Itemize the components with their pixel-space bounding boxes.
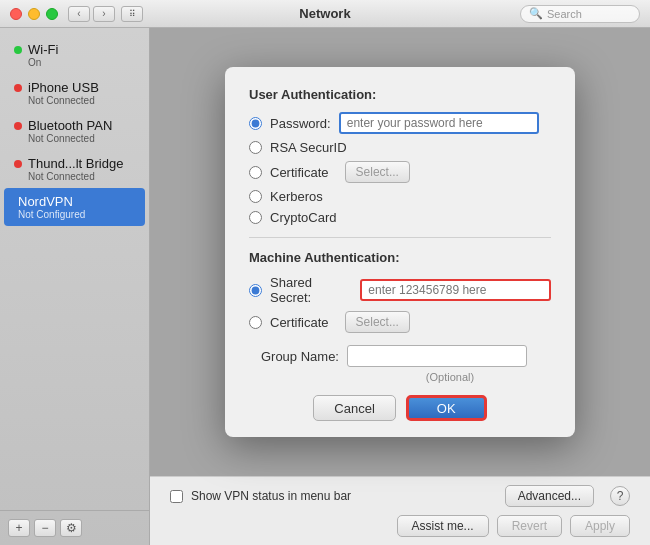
wifi-status-dot	[14, 46, 22, 54]
nordvpn-name: NordVPN	[18, 194, 73, 209]
bluetooth-pan-dot	[14, 122, 22, 130]
search-box[interactable]: 🔍 Search	[520, 5, 640, 23]
wifi-name: Wi-Fi	[28, 42, 58, 57]
shared-secret-radio[interactable]	[249, 284, 262, 297]
machine-certificate-radio-label: Certificate	[270, 315, 329, 330]
bottom-buttons: Assist me... Revert Apply	[170, 515, 630, 537]
group-name-input[interactable]	[347, 345, 527, 367]
grid-button[interactable]: ⠿	[121, 6, 143, 22]
thunderbolt-status: Not Connected	[28, 171, 139, 182]
back-button[interactable]: ‹	[68, 6, 90, 22]
rsa-radio[interactable]	[249, 141, 262, 154]
search-placeholder: Search	[547, 8, 582, 20]
sidebar-item-wifi[interactable]: Wi-Fi On	[0, 36, 149, 74]
sidebar-item-wifi-row: Wi-Fi	[14, 42, 139, 57]
sidebar-item-thunderbolt-bridge[interactable]: Thund...lt Bridge Not Connected	[0, 150, 149, 188]
main-content: Wi-Fi On iPhone USB Not Connected Blueto…	[0, 28, 650, 545]
rsa-radio-label: RSA SecurID	[270, 140, 347, 155]
cryptocard-radio-label: CryptoCard	[270, 210, 336, 225]
modal-overlay: User Authentication: Password: RSA Secur…	[150, 28, 650, 476]
bluetooth-pan-status: Not Connected	[28, 133, 139, 144]
revert-button[interactable]: Revert	[497, 515, 562, 537]
forward-button[interactable]: ›	[93, 6, 115, 22]
window-title: Network	[299, 6, 350, 21]
kerberos-radio-row: Kerberos	[249, 189, 551, 204]
bluetooth-pan-name: Bluetooth PAN	[28, 118, 112, 133]
search-icon: 🔍	[529, 7, 543, 20]
shared-secret-radio-label: Shared Secret:	[270, 275, 352, 305]
iphone-usb-name: iPhone USB	[28, 80, 99, 95]
advanced-button[interactable]: Advanced...	[505, 485, 594, 507]
separator	[249, 237, 551, 238]
panel-bottom: Show VPN status in menu bar Advanced... …	[150, 476, 650, 545]
assist-me-button[interactable]: Assist me...	[397, 515, 489, 537]
kerberos-radio[interactable]	[249, 190, 262, 203]
sidebar-item-thunderbolt-row: Thund...lt Bridge	[14, 156, 139, 171]
optional-label: (Optional)	[349, 371, 551, 383]
maximize-button[interactable]	[46, 8, 58, 20]
sidebar-item-bluetooth-pan[interactable]: Bluetooth PAN Not Connected	[0, 112, 149, 150]
show-vpn-checkbox[interactable]	[170, 490, 183, 503]
sidebar: Wi-Fi On iPhone USB Not Connected Blueto…	[0, 28, 150, 545]
machine-auth-title: Machine Authentication:	[249, 250, 551, 265]
group-name-label: Group Name:	[249, 349, 339, 364]
cancel-button[interactable]: Cancel	[313, 395, 395, 421]
sidebar-item-nordvpn[interactable]: NordVPN Not Configured	[4, 188, 145, 226]
help-button[interactable]: ?	[610, 486, 630, 506]
certificate-radio-row: Certificate Select...	[249, 161, 551, 183]
sidebar-footer: + − ⚙	[0, 510, 149, 545]
group-name-row: Group Name:	[249, 345, 551, 367]
cryptocard-radio-row: CryptoCard	[249, 210, 551, 225]
titlebar: ‹ › ⠿ Network 🔍 Search	[0, 0, 650, 28]
thunderbolt-dot	[14, 160, 22, 168]
shared-secret-input[interactable]	[360, 279, 551, 301]
password-radio-label: Password:	[270, 116, 331, 131]
password-radio-row: Password:	[249, 112, 551, 134]
show-vpn-label: Show VPN status in menu bar	[191, 489, 351, 503]
sidebar-item-nordvpn-row: NordVPN	[18, 194, 135, 209]
certificate-radio-label: Certificate	[270, 165, 329, 180]
thunderbolt-name: Thund...lt Bridge	[28, 156, 123, 171]
nav-buttons: ‹ ›	[68, 6, 115, 22]
apply-button[interactable]: Apply	[570, 515, 630, 537]
auth-modal: User Authentication: Password: RSA Secur…	[225, 67, 575, 437]
machine-certificate-select-button[interactable]: Select...	[345, 311, 410, 333]
nordvpn-status: Not Configured	[18, 209, 135, 220]
ok-button[interactable]: OK	[406, 395, 487, 421]
cryptocard-radio[interactable]	[249, 211, 262, 224]
shared-secret-radio-row: Shared Secret:	[249, 275, 551, 305]
right-panel: User Authentication: Password: RSA Secur…	[150, 28, 650, 545]
certificate-select-button[interactable]: Select...	[345, 161, 410, 183]
iphone-usb-dot	[14, 84, 22, 92]
show-vpn-row: Show VPN status in menu bar Advanced... …	[170, 485, 630, 507]
panel-body: User Authentication: Password: RSA Secur…	[150, 28, 650, 476]
password-input[interactable]	[339, 112, 539, 134]
close-button[interactable]	[10, 8, 22, 20]
kerberos-radio-label: Kerberos	[270, 189, 323, 204]
machine-certificate-radio-row: Certificate Select...	[249, 311, 551, 333]
sidebar-item-bluetooth-pan-row: Bluetooth PAN	[14, 118, 139, 133]
certificate-radio[interactable]	[249, 166, 262, 179]
minimize-button[interactable]	[28, 8, 40, 20]
traffic-lights	[10, 8, 58, 20]
user-auth-title: User Authentication:	[249, 87, 551, 102]
modal-buttons: Cancel OK	[249, 395, 551, 421]
remove-connection-button[interactable]: −	[34, 519, 56, 537]
sidebar-item-iphone-usb-row: iPhone USB	[14, 80, 139, 95]
machine-certificate-radio[interactable]	[249, 316, 262, 329]
sidebar-item-iphone-usb[interactable]: iPhone USB Not Connected	[0, 74, 149, 112]
iphone-usb-status: Not Connected	[28, 95, 139, 106]
password-radio[interactable]	[249, 117, 262, 130]
rsa-radio-row: RSA SecurID	[249, 140, 551, 155]
settings-button[interactable]: ⚙	[60, 519, 82, 537]
wifi-status: On	[28, 57, 139, 68]
add-connection-button[interactable]: +	[8, 519, 30, 537]
